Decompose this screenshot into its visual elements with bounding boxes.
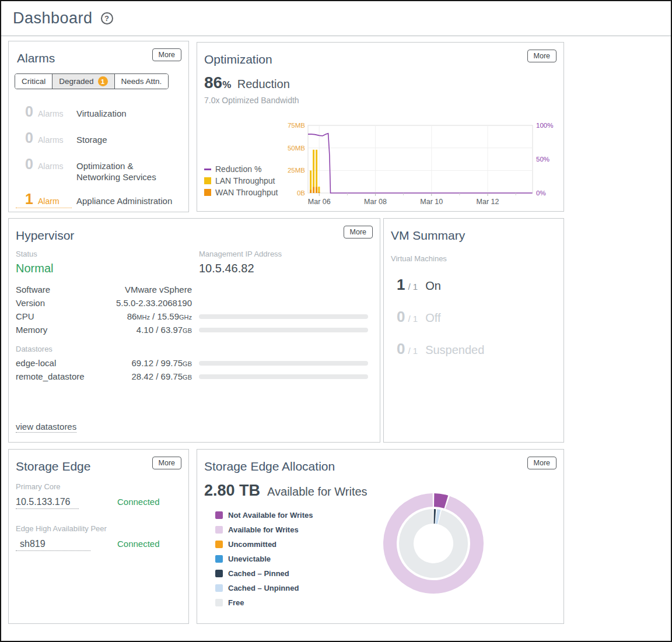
allocation-legend: Not Available for Writes Available for W… [215,508,313,610]
alarm-count: 0 [16,103,33,120]
alarm-row-appliance-administration: 1 Alarm Appliance Administration [16,191,181,208]
vm-summary-panel-title: VM Summary [391,229,564,243]
alarm-word: Alarm [38,197,72,206]
alarm-count: 1 [16,191,33,208]
legend-label: Cached – Unpinned [228,584,299,592]
management-ip-value: 10.5.46.82 [199,262,282,275]
row-label: CPU [16,311,92,321]
legend-item-cached-unpinned: Cached – Unpinned [215,581,313,595]
vm-count: 1 [397,276,405,294]
hypervisor-more-button[interactable]: More [344,226,373,238]
legend-item-uncommitted: Uncommitted [215,537,313,552]
legend-label: Not Available for Writes [228,511,313,520]
vm-state-label: Off [425,311,440,325]
tab-needs-attn[interactable]: Needs Attn. [114,74,169,89]
datastore-name: remote_datastore [16,371,92,381]
vm-total: / 1 [408,346,418,356]
allocation-more-button[interactable]: More [527,457,556,469]
alarm-category: Storage [76,134,181,145]
svg-text:100%: 100% [536,122,553,129]
vm-total: / 1 [408,282,418,292]
legend-swatch [215,555,223,563]
datastore-usage-bar [199,361,368,366]
row-value: 5.5.0-2.33.2068190 [99,298,192,308]
management-ip-label: Management IP Address [199,250,282,258]
svg-text:75MB: 75MB [288,122,305,129]
alarm-count: 0 [16,129,33,146]
legend-swatch [215,541,223,548]
alarm-rows: 0 Alarms Virtualization 0 Alarms Storage… [16,103,181,208]
legend-item-not-available: Not Available for Writes [215,508,313,522]
alarm-category: Virtualization [76,108,181,119]
page-title: Dashboard [13,9,93,27]
hypervisor-status: Status Normal [16,250,53,275]
storage-edge-more-button[interactable]: More [152,457,181,469]
appliance-alarm-link[interactable]: 1 Alarm [16,191,72,208]
row-value: 86MHz / 15.59GHz [99,311,192,321]
row-label: Software [16,285,92,294]
primary-core-label: Primary Core [16,482,181,491]
help-icon[interactable]: ? [101,12,113,24]
vm-total: / 1 [408,314,418,324]
primary-core-row: 10.5.133.176 Connected [16,497,181,509]
vm-state-rows: 1 / 1 On 0 / 1 Off 0 / 1 Suspended [397,276,564,358]
legend-label: Cached – Pinned [228,569,289,578]
alarm-category: Optimization & Networking Services [76,160,176,183]
alarms-panel: Alarms More Critical Degraded 1 Needs At… [8,41,189,212]
vm-state-label: On [425,279,441,293]
legend-swatch [215,584,223,592]
vm-row-off: 0 / 1 Off [397,308,564,326]
available-writes-value: 2.80 TB [204,482,260,500]
svg-text:25MB: 25MB [288,167,305,174]
row-value: 4.10 / 63.97GB [99,325,192,335]
alarm-category: Appliance Administration [76,195,181,206]
hypervisor-panel-title: Hypervisor [16,229,380,243]
ha-peer-status: Connected [117,539,181,549]
version-row: Version 5.5.0-2.33.2068190 [16,296,368,310]
hypervisor-details: Software VMware vSphere Version 5.5.0-2.… [16,283,368,383]
alarms-more-button[interactable]: More [152,48,181,61]
allocation-panel-title: Storage Edge Allocation [204,459,564,473]
legend-label: Available for Writes [228,525,299,534]
datastore-usage-bar [199,374,368,379]
optimization-chart: 0B25MB50MB75MB0%50%100%Mar 06Mar 08Mar 1… [197,43,565,212]
tab-degraded-label: Degraded [59,77,93,86]
ha-peer-label: Edge High Availability Peer [16,524,181,533]
cpu-row: CPU 86MHz / 15.59GHz [16,310,368,323]
alarm-row-virtualization: 0 Alarms Virtualization [16,103,181,120]
ha-peer-block: Edge High Availability Peer sh819 Connec… [16,524,181,551]
view-datastores-link[interactable]: view datastores [16,422,76,433]
legend-swatch [215,570,223,577]
row-label: Memory [16,325,92,335]
legend-swatch [215,511,223,519]
legend-swatch [215,599,223,606]
legend-swatch [215,526,223,534]
datastore-usage: 69.12 / 99.75GB [99,358,192,368]
alarm-word: Alarms [38,135,72,145]
allocation-donut-chart [346,483,521,607]
svg-text:0%: 0% [536,190,546,197]
primary-core-status: Connected [117,497,181,507]
tab-critical[interactable]: Critical [15,74,52,89]
storage-edge-panel: Storage Edge More Primary Core 10.5.133.… [8,449,189,624]
vm-summary-panel: VM Summary Virtual Machines 1 / 1 On 0 /… [383,218,564,443]
ha-peer-link[interactable]: sh819 [16,539,90,551]
row-value: VMware vSphere [99,285,192,294]
legend-item-unevictable: Unevictable [215,552,313,566]
vm-row-on: 1 / 1 On [397,276,564,294]
ha-peer-row: sh819 Connected [16,539,181,551]
svg-text:0B: 0B [297,190,305,197]
datastore-name: edge-local [16,358,92,368]
svg-text:Mar 08: Mar 08 [364,198,387,206]
datastore-row-edge-local: edge-local 69.12 / 99.75GB [16,356,368,370]
legend-item-available: Available for Writes [215,522,313,537]
legend-item-cached-pinned: Cached – Pinned [215,566,313,581]
primary-core-link[interactable]: 10.5.133.176 [16,497,79,509]
dashboard-page: Dashboard ? Alarms More Critical Degrade… [0,0,672,642]
vm-count: 0 [397,308,405,326]
vm-row-suspended: 0 / 1 Suspended [397,340,564,358]
tab-degraded[interactable]: Degraded 1 [52,74,114,89]
alarm-row-optimization-networking: 0 Alarms Optimization & Networking Servi… [16,156,181,183]
datastores-label: Datastores [16,343,368,354]
management-ip: Management IP Address 10.5.46.82 [199,250,282,275]
